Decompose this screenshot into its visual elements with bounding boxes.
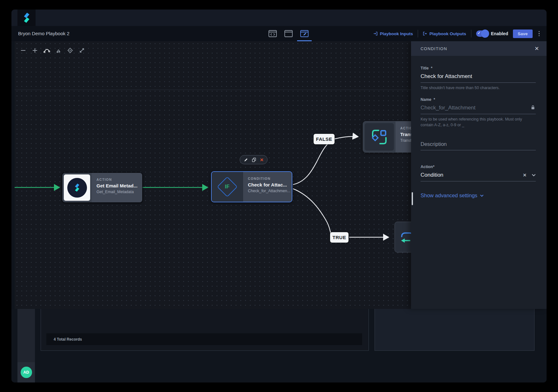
user-menu[interactable]: AD xyxy=(17,362,35,382)
more-options-button[interactable] xyxy=(537,30,541,38)
total-records-label: 4 Total Records xyxy=(54,337,82,342)
zoom-out-button[interactable] xyxy=(20,47,27,54)
node-title: Check for Attac... xyxy=(248,182,289,187)
edit-view-button[interactable] xyxy=(299,29,310,38)
node-text: ACTION Get Email Metad... Get_Email_Meta… xyxy=(92,173,142,202)
node-title: Transform xyxy=(400,132,411,137)
enabled-label: Enabled xyxy=(491,31,508,36)
close-panel-button[interactable]: ✕ xyxy=(532,41,541,56)
node-transform[interactable]: ACTION Transform Transform xyxy=(363,121,411,153)
kebab-dot xyxy=(539,33,540,34)
records-footer-bar: 4 Total Records xyxy=(46,333,362,345)
delete-node-button[interactable]: ✕ xyxy=(260,157,264,162)
node-text: ACTION Transform Transform xyxy=(395,121,411,152)
minus-icon xyxy=(20,47,26,54)
edge-true-curve xyxy=(293,189,331,235)
divider xyxy=(418,30,418,37)
swimlane-logo-icon xyxy=(22,12,31,23)
playbook-outputs-label: Playbook Outputs xyxy=(429,31,466,36)
copy-node-button[interactable] xyxy=(252,157,256,162)
expand-canvas-button[interactable] xyxy=(78,47,85,54)
panel-scrollbar[interactable] xyxy=(412,192,413,205)
name-field-input[interactable]: Check_for_Attachment xyxy=(421,105,536,114)
lock-icon xyxy=(531,105,535,111)
plus-icon xyxy=(32,47,38,54)
top-header-bar xyxy=(11,10,547,26)
node-loop[interactable] xyxy=(395,222,411,252)
action-field-label: Action* xyxy=(421,165,536,169)
title-field-group: Title * Check for Attachment Title shoul… xyxy=(421,66,536,91)
copy-icon xyxy=(252,158,256,162)
edit-node-button[interactable] xyxy=(244,157,248,162)
preview-view-button[interactable] xyxy=(283,29,294,38)
edge-false-arrow xyxy=(335,136,358,139)
if-diamond-icon: IF xyxy=(219,178,236,195)
header-right-controls: Playbook Inputs Playbook Outputs ✓ Enabl… xyxy=(373,26,541,41)
inputs-icon xyxy=(373,31,378,36)
pen-connector-tool[interactable] xyxy=(55,47,62,54)
required-asterisk: * xyxy=(431,66,432,70)
zoom-in-button[interactable] xyxy=(31,47,38,54)
app-sidebar: AD xyxy=(17,309,35,382)
enabled-toggle-group: ✓ Enabled xyxy=(476,30,508,37)
panel-header: CONDITION ✕ xyxy=(411,41,547,56)
description-field-input[interactable]: Description xyxy=(421,141,536,150)
swimlane-logo[interactable] xyxy=(17,10,36,26)
node-key: Get_Email_Metadata xyxy=(96,190,139,194)
workflow-canvas[interactable]: ACTION Get Email Metad... Get_Email_Meta… xyxy=(15,41,411,309)
name-field-label: Name xyxy=(421,97,431,102)
curved-connector-tool[interactable] xyxy=(43,47,50,54)
center-view-button[interactable] xyxy=(67,47,74,54)
view-mode-toggles xyxy=(267,26,310,41)
expand-diagonal-icon xyxy=(79,47,85,54)
playbook-title: Bryon Demo Playbook 2 xyxy=(18,26,70,41)
node-text: CONDITION Check for Attac... Check_for_A… xyxy=(243,172,292,202)
kebab-dot xyxy=(539,31,540,32)
name-field-group: Name * Check_for_Attachment Key to be us… xyxy=(421,97,536,128)
kebab-dot xyxy=(539,35,540,36)
code-view-button[interactable] xyxy=(267,29,278,38)
condition-config-panel: CONDITION ✕ Title * Check for Attachment… xyxy=(411,41,547,309)
curve-connector-icon xyxy=(43,47,50,54)
canvas-toolbar xyxy=(20,47,85,54)
required-asterisk: * xyxy=(434,97,435,102)
title-field-label: Title xyxy=(421,66,428,70)
enabled-toggle[interactable]: ✓ xyxy=(476,30,488,37)
underlying-page: AD 4 Total Records xyxy=(11,309,547,382)
loop-icon xyxy=(399,230,411,244)
toggle-knob xyxy=(481,29,489,38)
node-title: Get Email Metad... xyxy=(96,183,139,188)
chevron-down-icon xyxy=(480,194,484,197)
outputs-icon xyxy=(423,31,427,36)
divider xyxy=(471,30,471,37)
show-advanced-settings-link[interactable]: Show advanced settings xyxy=(421,193,484,199)
node-check-for-attachment[interactable]: IF CONDITION Check for Attac... Check_fo… xyxy=(211,171,292,202)
node-type-label: CONDITION xyxy=(248,177,289,180)
title-field-helper: Title shouldn't have more than 50 charac… xyxy=(421,85,536,91)
name-field-helper: Key to be used when referencing this pla… xyxy=(421,116,536,128)
action-field-select[interactable]: Condition ✕ xyxy=(421,172,536,181)
false-branch-label[interactable]: FALSE xyxy=(314,134,335,144)
transform-icon-tile xyxy=(365,123,394,151)
clear-action-button[interactable]: ✕ xyxy=(523,173,527,178)
save-button[interactable]: Save xyxy=(513,29,533,38)
pencil-icon xyxy=(244,158,248,162)
description-field-group: Description xyxy=(421,141,536,150)
target-icon xyxy=(67,47,73,54)
user-avatar[interactable]: AD xyxy=(21,367,32,378)
if-label: IF xyxy=(219,178,236,195)
playbook-inputs-button[interactable]: Playbook Inputs xyxy=(373,31,413,36)
node-type-label: ACTION xyxy=(96,178,139,181)
window-edit-icon xyxy=(300,30,309,37)
node-key: Check_for_Attachmen... xyxy=(248,189,289,193)
panel-title: CONDITION xyxy=(421,46,447,51)
true-branch-label[interactable]: TRUE xyxy=(330,232,349,243)
secondary-panel xyxy=(375,306,535,351)
app-window: Bryon Demo Playbook 2 xyxy=(11,10,547,382)
playbook-outputs-button[interactable]: Playbook Outputs xyxy=(423,31,466,36)
node-get-email-metadata[interactable]: ACTION Get Email Metad... Get_Email_Meta… xyxy=(62,173,142,202)
title-field-input[interactable]: Check for Attachment xyxy=(421,73,536,83)
node-type-label: ACTION xyxy=(400,126,411,130)
action-field-group: Action* Condition ✕ xyxy=(421,165,536,181)
pen-connector-icon xyxy=(55,47,62,54)
